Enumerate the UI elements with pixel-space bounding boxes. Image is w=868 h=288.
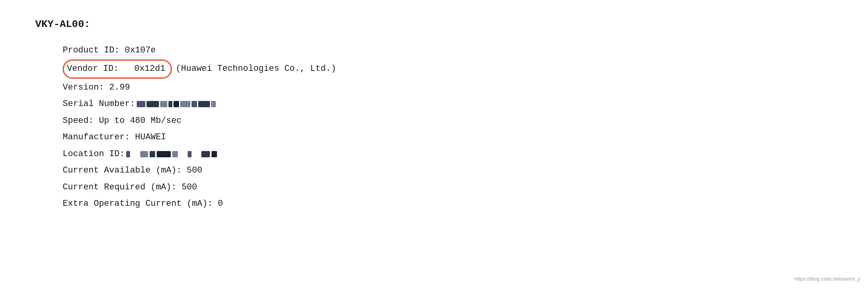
vendor-highlight: Vendor ID: 0x12d1: [63, 59, 172, 79]
vendor-name: (Huawei Technologies Co., Ltd.): [176, 61, 336, 77]
serial-seg-6: [180, 101, 190, 107]
speed-label: Speed:: [63, 113, 94, 129]
serial-blurred: [137, 101, 216, 107]
loc-seg-3: [150, 151, 155, 157]
version-value: 2.99: [109, 80, 130, 95]
serial-seg-1: [137, 101, 145, 107]
serial-seg-9: [211, 101, 216, 107]
loc-seg-7: [201, 151, 210, 157]
loc-seg-6: [188, 151, 192, 157]
location-line: Location ID:: [63, 147, 837, 162]
serial-seg-4: [168, 101, 172, 107]
product-id-line: Product ID: 0x107e: [63, 43, 837, 58]
extra-current-value: 0: [218, 196, 223, 212]
speed-value: Up to 480 Mb/sec: [99, 113, 181, 129]
vendor-id-label: Vendor ID:: [67, 64, 119, 74]
manufacturer-value: HUAWEI: [135, 130, 166, 145]
loc-seg-4: [157, 151, 171, 157]
location-label: Location ID:: [63, 147, 125, 162]
version-label: Version:: [63, 80, 104, 95]
serial-seg-5: [174, 101, 179, 107]
vendor-id-line: Vendor ID: 0x12d1 (Huawei Technologies C…: [63, 59, 837, 79]
serial-label: Serial Number:: [63, 97, 135, 112]
current-req-label: Current Required (mA):: [63, 180, 176, 195]
location-blurred: [126, 147, 217, 162]
current-avail-value: 500: [187, 163, 203, 178]
product-id-value: 0x107e: [125, 43, 156, 58]
extra-current-label: Extra Operating Current (mA):: [63, 196, 213, 212]
current-req-value: 500: [182, 180, 197, 195]
product-id-label: Product ID:: [63, 43, 119, 58]
serial-line: Serial Number:: [63, 97, 837, 112]
manufacturer-label: Manufacturer:: [63, 130, 130, 145]
current-req-line: Current Required (mA): 500: [63, 180, 837, 195]
speed-line: Speed: Up to 480 Mb/sec: [63, 113, 837, 129]
current-avail-label: Current Available (mA):: [63, 163, 182, 178]
vendor-id-value: 0x12d1: [134, 64, 165, 74]
serial-seg-8: [198, 101, 210, 107]
loc-seg-5: [172, 151, 178, 157]
main-content: VKY-AL00: Product ID: 0x107e Vendor ID: …: [0, 0, 868, 229]
serial-seg-7: [192, 101, 197, 107]
loc-seg-2: [140, 151, 148, 157]
info-block: Product ID: 0x107e Vendor ID: 0x12d1 (Hu…: [63, 43, 837, 212]
watermark: https://blog.csdn.net/eartor_y: [794, 276, 860, 282]
device-title: VKY-AL00:: [35, 16, 837, 34]
serial-seg-3: [160, 101, 167, 107]
loc-seg-1: [126, 151, 130, 157]
manufacturer-line: Manufacturer: HUAWEI: [63, 130, 837, 145]
current-avail-line: Current Available (mA): 500: [63, 163, 837, 178]
loc-seg-8: [212, 151, 217, 157]
serial-seg-2: [146, 101, 159, 107]
extra-current-line: Extra Operating Current (mA): 0: [63, 196, 837, 212]
version-line: Version: 2.99: [63, 80, 837, 95]
